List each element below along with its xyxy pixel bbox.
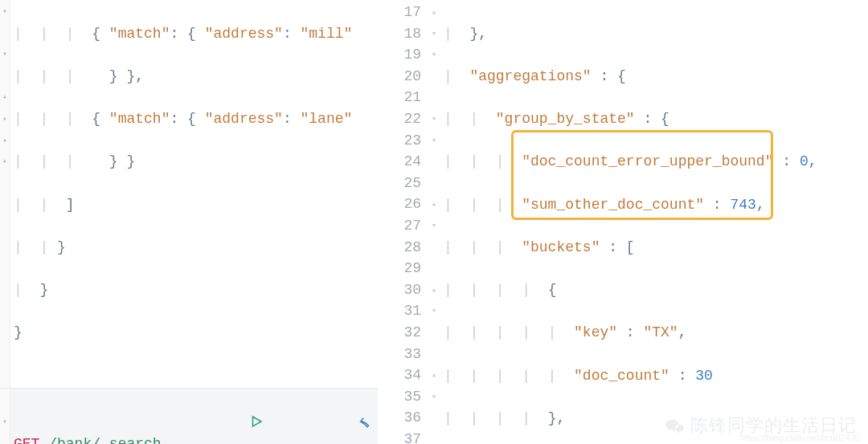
fold-handle[interactable]: ▾ (0, 412, 10, 434)
fold-handle[interactable]: ▾ (428, 23, 440, 45)
fold-handle[interactable]: ▴ (0, 130, 10, 152)
fold-handle[interactable]: ▴ (0, 87, 10, 108)
fold-handle[interactable]: ▾ (428, 108, 440, 130)
fold-handle[interactable]: ▾ (428, 44, 440, 66)
fold-handle[interactable]: ▴ (428, 279, 440, 301)
run-icon[interactable] (162, 393, 264, 444)
fold-handle[interactable]: ▴ (428, 193, 440, 215)
fold-gutter: ▾ ▾ ▴ ▴ ▴ ▴ (0, 0, 10, 388)
line-numbers: 1718192021222324252627282930313233343536… (378, 0, 428, 444)
http-method: GET (14, 436, 39, 445)
response-pane: 1718192021222324252627282930313233343536… (378, 0, 868, 444)
fold-gutter: ▴ ▾ ▾ ▾ ▾ ▴ ▾ ▴ ▾ ▴ ▾ (428, 0, 440, 444)
fold-handle[interactable]: ▴ (428, 2, 440, 23)
fold-handle[interactable]: ▾ (428, 130, 440, 152)
source-url-watermark: https://blog.csdn.net/kc082430 (740, 431, 860, 444)
fold-handle[interactable]: ▾ (428, 300, 440, 322)
code-area-upper[interactable]: | | | { "match": { "address": "mill" | |… (10, 0, 378, 388)
svg-marker-0 (252, 417, 261, 426)
fold-handle[interactable]: ▾ (0, 44, 10, 66)
code-area-request[interactable]: GET /bank/_search { "size": 0, "aggs": {… (10, 389, 378, 444)
fold-handle[interactable]: ▾ (428, 215, 440, 237)
fold-handle[interactable]: ▴ (0, 108, 10, 130)
fold-handle[interactable]: ▴ (428, 365, 440, 386)
fold-handle[interactable]: ▾ (428, 386, 440, 408)
previous-request-block: ▾ ▾ ▴ ▴ ▴ ▴ | | | { "match": { "address"… (0, 0, 378, 388)
active-request-block: ▾ ▾ ▸ ▾ ▴ ▴ ▴ ▴ GET /bank/_search { "siz… (0, 388, 378, 444)
fold-handle[interactable]: ▾ (0, 2, 10, 23)
response-body[interactable]: | }, | "aggregations" : { | | "group_by_… (440, 0, 868, 444)
request-editor-pane: ▾ ▾ ▴ ▴ ▴ ▴ | | | { "match": { "address"… (0, 0, 378, 444)
fold-handle[interactable]: ▴ (0, 151, 10, 173)
http-path: /bank/_search (48, 436, 161, 445)
wrench-icon[interactable] (268, 393, 370, 444)
request-actions (162, 393, 370, 444)
fold-gutter: ▾ ▾ ▸ ▾ ▴ ▴ ▴ ▴ (0, 389, 10, 444)
